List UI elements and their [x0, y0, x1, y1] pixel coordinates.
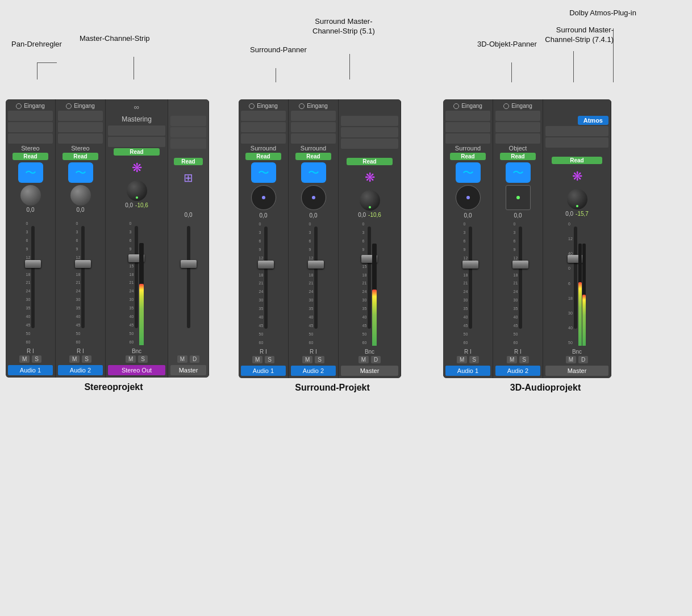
slot-3-s-audio1[interactable]: [241, 133, 286, 144]
mute-3d-master[interactable]: M: [566, 356, 576, 363]
channel-tab-stereo-out[interactable]: Stereo Out: [108, 365, 165, 375]
d-3d-master[interactable]: D: [578, 356, 588, 363]
fader-thumb-s-audio1[interactable]: [258, 261, 274, 269]
solo-audio1[interactable]: S: [32, 355, 41, 363]
read-btn-s-audio2[interactable]: Read: [295, 153, 331, 160]
plugin-btn-s-master[interactable]: ❋: [357, 167, 382, 188]
slot-2-3d-audio2[interactable]: [495, 122, 540, 132]
read-btn-3d-master[interactable]: Read: [552, 157, 602, 164]
slot-1-s-audio1[interactable]: [241, 111, 286, 121]
fader-col-master[interactable]: [187, 220, 190, 345]
fader-thumb-3d-audio2[interactable]: [512, 261, 528, 269]
channel-tab-s-audio1[interactable]: Audio 1: [241, 366, 286, 376]
slot-3-3d-audio1[interactable]: [445, 133, 490, 144]
fader-rail-s-audio2[interactable]: [314, 227, 318, 329]
surround-panner-s-audio1[interactable]: [251, 185, 276, 210]
pan-knob-s-master[interactable]: [360, 190, 380, 211]
solo-s-audio1[interactable]: S: [265, 356, 274, 363]
channel-tab-3d-audio2[interactable]: Audio 2: [495, 366, 540, 376]
slot-2-3d-audio1[interactable]: [445, 122, 490, 132]
plugin-btn-3d-audio2[interactable]: 〜: [506, 162, 531, 183]
channel-tab-s-audio2[interactable]: Audio 2: [291, 366, 336, 376]
solo-stereo-out[interactable]: S: [138, 355, 148, 363]
fader-thumb-audio1[interactable]: [25, 260, 41, 268]
read-btn-s-master[interactable]: Read: [347, 158, 393, 165]
fader-col-3d-audio2[interactable]: [519, 221, 522, 346]
read-btn-stereo-out[interactable]: Read: [114, 148, 160, 156]
surround-panner-s-audio2[interactable]: [301, 185, 326, 210]
read-btn-3d-audio2[interactable]: Read: [500, 153, 536, 160]
plugin-btn-stereo-out[interactable]: ❋: [124, 158, 149, 178]
slot-3-3d-audio2[interactable]: [495, 133, 540, 144]
fader-col-s-audio2[interactable]: [314, 221, 318, 346]
mute-3d-audio1[interactable]: M: [457, 356, 467, 363]
pan-knob-audio2[interactable]: [70, 185, 91, 206]
d-master[interactable]: D: [190, 355, 199, 363]
mute-audio1[interactable]: M: [19, 355, 30, 363]
solo-3d-audio1[interactable]: S: [469, 356, 479, 363]
plugin-btn-3d-master[interactable]: ❋: [565, 166, 590, 187]
slot-2-stereo-out[interactable]: [108, 137, 165, 147]
d-s-master[interactable]: D: [371, 356, 381, 363]
mute-3d-audio2[interactable]: M: [507, 356, 517, 363]
slot-3-s-audio2[interactable]: [291, 133, 336, 144]
slot-1-audio2[interactable]: [58, 111, 103, 121]
fader-col-audio1[interactable]: [31, 220, 35, 345]
fader-col-stereo-out[interactable]: [135, 220, 138, 345]
slot-2-s-audio1[interactable]: [241, 122, 286, 132]
fader-rail-audio1[interactable]: [31, 226, 35, 328]
fader-col-audio2[interactable]: [81, 220, 85, 345]
channel-tab-audio2[interactable]: Audio 2: [58, 365, 103, 375]
channel-tab-audio1[interactable]: Audio 1: [8, 365, 53, 375]
fader-rail-3d-audio2[interactable]: [519, 227, 522, 329]
fader-thumb-3d-audio1[interactable]: [462, 261, 478, 269]
fader-rail-audio2[interactable]: [81, 226, 85, 328]
slot-1-master[interactable]: [170, 116, 206, 126]
object-panner-3d-audio2[interactable]: [506, 185, 531, 210]
slot-1-audio1[interactable]: [8, 111, 53, 121]
surround-panner-3d-audio1[interactable]: [456, 185, 481, 210]
read-btn-s-audio1[interactable]: Read: [245, 153, 281, 160]
slot-3-s-master[interactable]: [341, 139, 398, 149]
fader-thumb-audio2[interactable]: [75, 260, 91, 268]
fader-col-s-audio1[interactable]: [264, 221, 268, 346]
mute-audio2[interactable]: M: [69, 355, 80, 363]
slot-2-s-audio2[interactable]: [291, 122, 336, 132]
mute-s-audio1[interactable]: M: [252, 356, 262, 363]
fader-col-3d-master[interactable]: [574, 221, 577, 346]
channel-tab-master[interactable]: Master: [170, 365, 206, 375]
slot-1-3d-audio2[interactable]: [495, 111, 540, 121]
solo-s-audio2[interactable]: S: [315, 356, 324, 363]
slot-3-master[interactable]: [170, 139, 206, 149]
read-btn-audio2[interactable]: Read: [62, 153, 98, 160]
slot-2-3d-master[interactable]: [545, 137, 608, 148]
plugin-btn-s-audio1[interactable]: 〜: [251, 162, 276, 183]
slot-1-stereo-out[interactable]: [108, 125, 165, 136]
pan-knob-audio1[interactable]: [20, 185, 41, 206]
atmos-button[interactable]: Atmos: [578, 116, 608, 125]
read-btn-audio1[interactable]: Read: [12, 153, 48, 160]
slot-2-audio2[interactable]: [58, 122, 103, 132]
slot-2-audio1[interactable]: [8, 122, 53, 132]
read-btn-master[interactable]: Read: [174, 158, 202, 165]
fader-thumb-s-audio2[interactable]: [308, 261, 324, 269]
fader-thumb-master[interactable]: [181, 260, 197, 268]
fader-col-s-master[interactable]: [368, 221, 371, 346]
fader-rail-s-master[interactable]: [368, 227, 371, 329]
pan-knob-3d-master[interactable]: [567, 189, 587, 209]
fader-col-3d-audio1[interactable]: [469, 221, 472, 346]
read-btn-3d-audio1[interactable]: Read: [450, 153, 486, 160]
channel-tab-3d-master[interactable]: Master: [545, 366, 608, 376]
channel-tab-3d-audio1[interactable]: Audio 1: [445, 366, 490, 376]
fader-rail-3d-master[interactable]: [574, 227, 577, 329]
fader-rail-3d-audio1[interactable]: [469, 227, 472, 329]
plugin-btn-s-audio2[interactable]: 〜: [301, 162, 326, 183]
slot-3-audio1[interactable]: [8, 133, 53, 144]
slot-2-s-master[interactable]: [341, 127, 398, 137]
slot-2-master[interactable]: [170, 127, 206, 137]
fader-rail-s-audio1[interactable]: [264, 227, 268, 329]
pan-knob-stereo-out[interactable]: [127, 181, 147, 201]
plugin-btn-audio2[interactable]: 〜: [68, 162, 93, 183]
plugin-btn-master[interactable]: ⊞: [176, 167, 201, 188]
slot-1-s-master[interactable]: [341, 116, 398, 126]
